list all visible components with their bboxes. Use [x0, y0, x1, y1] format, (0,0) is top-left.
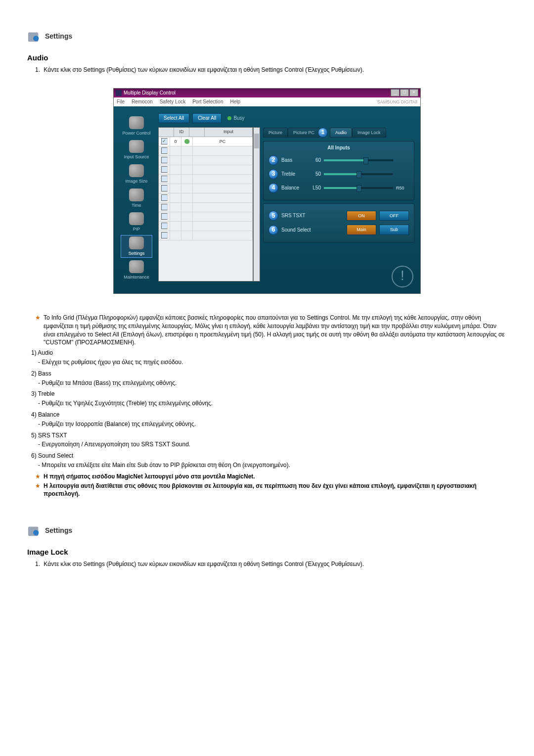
- subsection-title: Image Lock: [27, 547, 507, 557]
- checkbox-icon[interactable]: [161, 204, 168, 210]
- table-row[interactable]: [159, 222, 253, 231]
- tab-audio[interactable]: Audio: [330, 128, 352, 138]
- slider-balance: 4 Balance L50 R50: [268, 183, 409, 193]
- slider-bass: 2 Bass 60: [268, 155, 409, 165]
- checkbox-icon[interactable]: [161, 176, 168, 182]
- table-row[interactable]: [159, 156, 253, 165]
- table-row[interactable]: [159, 231, 253, 240]
- section-header: Settings: [27, 524, 507, 538]
- list-item: 4) Balance: [31, 411, 507, 419]
- col-id: ID: [174, 128, 189, 137]
- time-icon: [129, 189, 144, 201]
- sidebar-item-time[interactable]: Time: [121, 188, 152, 210]
- off-button[interactable]: OFF: [379, 211, 409, 221]
- input-source-icon: [129, 140, 144, 153]
- checkbox-icon[interactable]: [161, 194, 168, 201]
- list-desc: - Ενεργοποίηση / Απενεργοποίηση του SRS …: [38, 440, 507, 449]
- slider-thumb[interactable]: [356, 185, 361, 192]
- slider-track[interactable]: [324, 173, 393, 175]
- table-row[interactable]: [159, 193, 253, 203]
- table-row[interactable]: [159, 146, 253, 156]
- app-title: Multiple Display Control: [124, 90, 176, 96]
- table-row[interactable]: [159, 203, 253, 212]
- subsection-title: Audio: [27, 52, 507, 63]
- toggles-box: 5 SRS TSXT ON OFF 6 Sound Select Main Su…: [263, 203, 414, 242]
- tabs: Picture Picture PC 1 Audio Image Lock: [263, 127, 414, 138]
- slider-track[interactable]: [324, 159, 393, 161]
- menu-help[interactable]: Help: [230, 98, 240, 105]
- sidebar-item-image-size[interactable]: Image Size: [121, 163, 152, 186]
- list-desc: - Ρυθμίζει τις Υψηλές Συχνότητες (Treble…: [38, 399, 507, 408]
- list-item: 5) SRS TSXT: [31, 431, 507, 440]
- menu-port-selection[interactable]: Port Selection: [192, 98, 223, 105]
- toggle-srs-tsxt: 5 SRS TSXT ON OFF: [268, 211, 409, 221]
- checkbox-icon[interactable]: [161, 223, 168, 229]
- slider-treble: 3 Treble 50: [268, 169, 409, 179]
- table-row[interactable]: [159, 184, 253, 193]
- slider-thumb[interactable]: [356, 171, 361, 178]
- power-icon: [129, 116, 144, 129]
- instruction-step: 1. Κάντε κλικ στο Settings (Ρυθμίσεις) τ…: [35, 560, 507, 568]
- star-icon: ★: [35, 314, 41, 347]
- sidebar-item-pip[interactable]: PIP: [121, 211, 152, 234]
- close-button[interactable]: ×: [409, 89, 418, 96]
- menu-safety-lock[interactable]: Safety Lock: [160, 98, 185, 105]
- maintenance-icon: [129, 260, 144, 273]
- sliders-box: All Inputs 2 Bass 60 3: [263, 141, 414, 200]
- exclamation-icon: !: [392, 266, 413, 287]
- minimize-button[interactable]: _: [391, 89, 400, 96]
- list-desc: - Ελέγχει τις ρυθμίσεις ήχου για όλες τι…: [38, 358, 507, 367]
- list-item: 3) Treble: [31, 390, 507, 398]
- sub-button[interactable]: Sub: [379, 225, 409, 235]
- window-controls: _ □ ×: [391, 89, 418, 96]
- badge-5: 5: [268, 211, 278, 221]
- menubar: File Remocon Safety Lock Port Selection …: [114, 97, 420, 106]
- tab-picture[interactable]: Picture: [263, 128, 288, 138]
- scrollbar[interactable]: [253, 127, 260, 282]
- clear-all-button[interactable]: Clear All: [192, 113, 222, 123]
- col-status: [189, 128, 205, 137]
- svg-point-3: [33, 530, 39, 535]
- sidebar-item-settings[interactable]: Settings: [121, 236, 152, 258]
- app-icon: [116, 90, 122, 96]
- table-row[interactable]: [159, 212, 253, 222]
- badge-1: 1: [318, 128, 328, 138]
- panel-title: All Inputs: [268, 144, 409, 151]
- list-desc: - Ρυθμίζει τα Μπάσα (Bass) της επιλεγμέν…: [38, 379, 507, 387]
- checkbox-icon[interactable]: [161, 166, 168, 173]
- slider-thumb[interactable]: [363, 157, 368, 164]
- instruction-step: 1. Κάντε κλικ στο Settings (Ρυθμίσεις) τ…: [35, 66, 507, 74]
- sidebar: Power Control Input Source Image Size Ti…: [120, 113, 153, 282]
- select-all-button[interactable]: Select All: [158, 113, 189, 123]
- table-row[interactable]: 0 PC: [159, 137, 253, 146]
- slider-track[interactable]: [324, 187, 393, 189]
- section-header: Settings: [27, 30, 507, 44]
- on-button[interactable]: ON: [347, 211, 376, 221]
- tab-picture-pc[interactable]: Picture PC: [288, 128, 320, 138]
- toggle-sound-select: 6 Sound Select Main Sub: [268, 225, 409, 235]
- note-star: ★ Η πηγή σήματος εισόδου MagicNet λειτου…: [27, 472, 507, 481]
- checkbox-icon[interactable]: [161, 157, 168, 163]
- list-item: 2) Bass: [31, 370, 507, 378]
- badge-4: 4: [268, 183, 278, 193]
- menu-file[interactable]: File: [117, 98, 125, 105]
- main-button[interactable]: Main: [347, 225, 376, 235]
- badge-6: 6: [268, 225, 278, 235]
- list-desc: - Μπορείτε να επιλέξετε είτε Main είτε S…: [38, 461, 507, 470]
- maximize-button[interactable]: □: [400, 89, 409, 96]
- table-row[interactable]: [159, 165, 253, 175]
- checkbox-icon[interactable]: [161, 147, 168, 154]
- sidebar-item-input-source[interactable]: Input Source: [121, 139, 152, 161]
- table-row[interactable]: [159, 175, 253, 184]
- checkbox-icon[interactable]: [161, 185, 168, 191]
- menu-remocon[interactable]: Remocon: [132, 98, 153, 105]
- checkbox-icon[interactable]: [161, 232, 168, 238]
- list-item: 1) Audio: [31, 349, 507, 357]
- tab-image-lock[interactable]: Image Lock: [352, 128, 386, 138]
- app-window: Multiple Display Control _ □ × File Remo…: [113, 88, 421, 294]
- sidebar-item-maintenance[interactable]: Maintenance: [121, 259, 152, 282]
- checkbox-icon[interactable]: [161, 213, 168, 220]
- checkbox-icon[interactable]: [161, 138, 168, 144]
- sidebar-item-power-control[interactable]: Power Control: [121, 115, 152, 138]
- list-desc: - Ρυθμίζει την Ισορροπία (Balance) της ε…: [38, 420, 507, 428]
